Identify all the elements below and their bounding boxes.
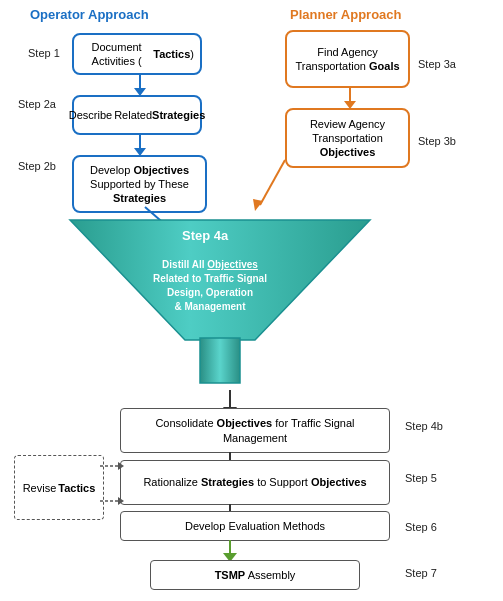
step2a-label: Step 2a bbox=[18, 98, 56, 110]
tsmp-box: TSMP Assembly bbox=[150, 560, 360, 590]
step4b-label: Step 4b bbox=[405, 420, 443, 432]
arrow-tactics-strategies bbox=[130, 74, 150, 96]
svg-marker-23 bbox=[118, 497, 124, 505]
step3a-label: Step 3a bbox=[418, 58, 456, 70]
revise-tactics-box: Revise Tactics bbox=[14, 455, 104, 520]
step7-label: Step 7 bbox=[405, 567, 437, 579]
step2b-label: Step 2b bbox=[18, 160, 56, 172]
arrow-revise-lower bbox=[100, 495, 125, 507]
step3b-label: Step 3b bbox=[418, 135, 456, 147]
agency-goals-box: Find Agency Transportation Goals bbox=[285, 30, 410, 88]
evaluation-box: Develop Evaluation Methods bbox=[120, 511, 390, 541]
arrow-planner-funnel bbox=[245, 155, 295, 215]
svg-rect-11 bbox=[200, 338, 240, 383]
diagram-container: Operator Approach Planner Approach Step … bbox=[0, 0, 503, 601]
step5-label: Step 5 bbox=[405, 472, 437, 484]
operator-approach-label: Operator Approach bbox=[30, 7, 149, 22]
step6-label: Step 6 bbox=[405, 521, 437, 533]
arrow-strategies-objectives bbox=[130, 134, 150, 156]
strategies-box: Describe Related Strategies bbox=[72, 95, 202, 135]
svg-line-6 bbox=[260, 160, 285, 205]
consolidate-box: Consolidate Objectives for Traffic Signa… bbox=[120, 408, 390, 453]
arrow-revise-upper bbox=[100, 460, 125, 472]
rationalize-box: Rationalize Strategies to Support Object… bbox=[120, 460, 390, 505]
planner-approach-label: Planner Approach bbox=[290, 7, 401, 22]
step1-label: Step 1 bbox=[28, 47, 60, 59]
arrow-goals-objectives bbox=[340, 87, 360, 109]
tactics-box: Document Activities (Tactics) bbox=[72, 33, 202, 75]
arrow-eval-down bbox=[218, 540, 242, 562]
svg-marker-21 bbox=[118, 462, 124, 470]
agency-objectives-box: Review Agency Transportation Objectives bbox=[285, 108, 410, 168]
funnel-text: Distill All Objectives Related to Traffi… bbox=[105, 258, 315, 314]
step4a-label: Step 4a bbox=[182, 228, 228, 243]
